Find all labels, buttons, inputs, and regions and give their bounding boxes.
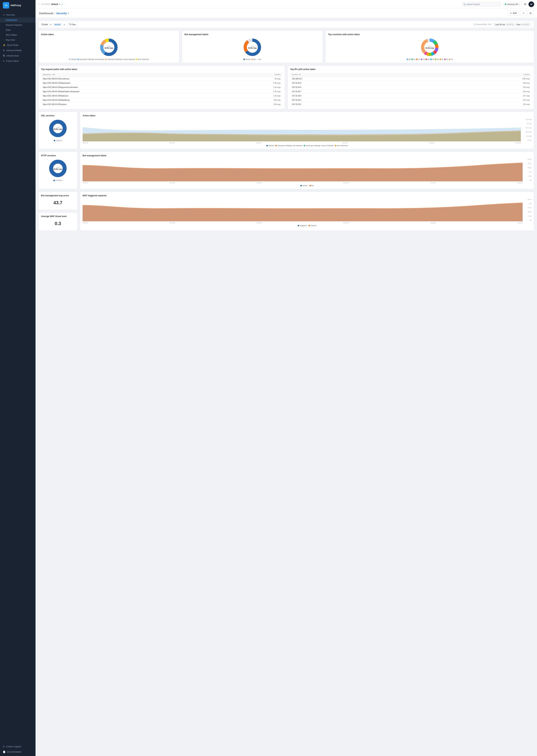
ip-cell: 147.32.30.2 — [290, 102, 426, 106]
sidebar-item-contact-support[interactable]: ✉ Contact support — [0, 744, 35, 749]
ssl-action-row: SSL versions Total 43.9k reqs TLSv1.3 — [38, 112, 534, 149]
y-label: 46.2 reqs — [522, 119, 531, 120]
ip-cell: 147.32.30.1 — [290, 98, 426, 102]
breadcrumb-sep: / — [55, 12, 55, 15]
ssl-total-label: Total — [54, 127, 62, 128]
ip-cell: 192.168.64.1 — [290, 77, 426, 81]
sidebar-item-quick-mode[interactable]: ⚡ Quick Mode — [0, 42, 35, 48]
cluster-status-icon: ✓ — [61, 3, 63, 6]
time-range-label: Last 30 min — [495, 23, 505, 25]
edit-button[interactable]: ✏ Edit — [507, 11, 519, 16]
documentation-icon: 📄 — [3, 751, 6, 753]
filter-button[interactable]: ⚗ Filter — [67, 22, 78, 26]
bot-chart-card: Bot management labels 42.6/s 34.1/s 25.6… — [80, 152, 534, 189]
filter-cluster-val: default — [53, 23, 62, 26]
x-axis: 10:05:00 10:10:00 10:15:00 10:20:00 10:2… — [83, 142, 531, 144]
count-cell: 215 reqs — [426, 98, 532, 102]
search-container: 🔍 — [462, 2, 501, 6]
legend-item: Javascript Challenge: Human Detected — [105, 59, 135, 60]
legend-item: N/A — [257, 59, 261, 60]
quick-mode-icon: ⚡ — [3, 44, 6, 46]
sidebar-bottom: ✉ Contact support 📄 Documentation — [0, 742, 35, 756]
table-row: https://192.168.64.155/data/user 1.3k re… — [41, 94, 282, 98]
sidebar-item-label: Infrastructure — [6, 55, 19, 57]
request-paths-title: Top request paths with action taken — [41, 68, 282, 70]
action-chart-title: Action taken — [83, 114, 531, 117]
sidebar-item-map-view[interactable]: Map View — [0, 37, 35, 42]
services-chevron: ▾ — [519, 3, 520, 5]
http-legend-label: HTTP/2.0 — [56, 180, 62, 181]
request-paths-card: Top request paths with action taken REQU… — [38, 65, 285, 109]
page-header: Dashboards / Security ▾ ✏ Edit ≡ ⊞ — [35, 9, 537, 18]
waf-threat-value: 0.3 — [41, 219, 75, 228]
table-row: 147.32.30.9 217 reqs — [290, 94, 531, 98]
uri-cell: https://192.168.64.155/system — [41, 102, 231, 106]
http-total-value: 43.9k reqs — [54, 168, 62, 170]
waf-threat-title: Average WAF threat level — [41, 215, 75, 218]
breadcrumb-current[interactable]: Security — [56, 12, 67, 15]
action-taken-card: Action taken — [38, 30, 179, 63]
avatar[interactable]: ad — [528, 1, 534, 7]
sidebar-item-documentation[interactable]: 📄 Documentation — [0, 749, 35, 755]
sidebar-item-label: Documentation — [7, 751, 21, 753]
waf-threat-card: Average WAF threat level 0.3 — [38, 212, 77, 231]
breadcrumb-parent[interactable]: Dashboards — [39, 12, 54, 15]
y-label: 0 reqs — [522, 140, 531, 141]
grid-icon-btn[interactable]: ⊞ — [528, 10, 533, 16]
dropdown-icon: ▾ — [59, 3, 60, 5]
time-range-selector[interactable]: Last 30 min 10:03:01 › Now 10:33:01 — [493, 22, 531, 26]
countries-donut: Total 19.4k reqs BR CA CN CZ DE FR GB JP… — [328, 37, 531, 60]
sidebar-item-label: Quick Mode — [7, 44, 18, 46]
table-row: 147.32.30.4 218 reqs — [290, 85, 531, 90]
filter-label: Filter — [71, 23, 76, 25]
top-ips-title: Top IPs with action taken — [290, 68, 531, 70]
edit-label: Edit — [513, 12, 516, 15]
ip-cell: 147.32.30.0 — [290, 81, 426, 85]
sidebar-item-overview[interactable]: ⊙ Overview — [0, 12, 35, 18]
countries-total-value: 19.4k reqs — [426, 47, 434, 49]
breadcrumb-dropdown-icon[interactable]: ▾ — [68, 12, 69, 15]
table-row: https://192.168.64.155/data/library 452 … — [41, 98, 282, 102]
sidebar-item-stats[interactable]: Stats — [0, 27, 35, 32]
sidebar-item-stick-tables[interactable]: Stick Tables — [0, 32, 35, 37]
bot-avg-title: Bot management avg score — [41, 194, 75, 197]
cluster-name: default — [51, 3, 58, 6]
sidebar-item-label: Stick Tables — [6, 34, 17, 36]
table-row: 147.32.30.0 229 reqs — [290, 81, 531, 85]
filter-icon: ⚗ — [69, 23, 71, 25]
cluster-swap-icon[interactable]: ⇄ — [63, 23, 65, 26]
bot-chart-title: Bot management labels — [83, 154, 531, 157]
table-row: https://192.168.64.155/data?path=/etc/pa… — [41, 90, 282, 94]
bot-management-title: Bot management labels — [185, 33, 320, 36]
uri-cell: https://192.168.64.155/data/library — [41, 98, 231, 102]
bot-avg-card: Bot management avg score 43.7 — [38, 192, 77, 210]
sidebar-item-label: Fusion Admin — [6, 60, 19, 63]
filter-op: is — [50, 23, 51, 25]
count-cell: 218 reqs — [426, 85, 532, 90]
main-area: ⊢ CLUSTER default ▾ ✓ 🔍 Services OK ▾ ⚙ … — [35, 0, 537, 756]
count-cell: 452 reqs — [231, 98, 282, 102]
sidebar-logo: HA HAProxy — [0, 0, 35, 11]
sidebar-item-label: Contact support — [6, 745, 21, 748]
cluster-selector[interactable]: ⊢ CLUSTER default ▾ ✓ — [38, 3, 66, 6]
action-chart-card: Action taken 46.2 reqs 37 reqs 27.7 reqs… — [80, 112, 534, 149]
y-label: 9.2 reqs — [522, 135, 531, 137]
count-cell: 9k reqs — [231, 77, 282, 81]
search-input[interactable] — [462, 2, 501, 6]
table-row: 192.168.64.1 6.8k reqs — [290, 77, 531, 81]
sidebar-item-advanced-mode[interactable]: ⚙ Advanced Mode — [0, 48, 35, 53]
layout-icon-btn[interactable]: ≡ — [521, 10, 526, 16]
sidebar-item-infrastructure[interactable]: 🏗 Infrastructure — [0, 53, 35, 59]
col-count: COUNT — [426, 73, 532, 77]
legend-item: Javascript Challenge: Bot Detected — [77, 59, 104, 60]
request-paths-table: REQUEST_URI COUNT https://192.168.64.155… — [41, 73, 282, 106]
timezone-text: America/New_York — [476, 23, 491, 25]
gear-icon[interactable]: ⚙ — [524, 3, 526, 6]
bot-waf-row: Bot management avg score 43.7 Average WA… — [38, 192, 534, 231]
y-label: 37 reqs — [522, 123, 531, 124]
sidebar-item-request-explorer[interactable]: Request Explorer — [0, 22, 35, 27]
bot-avg-value: 43.7 — [41, 198, 75, 207]
http-bot-row: HTTP versions Total 43.9k reqs HTTP/2. — [38, 152, 534, 189]
sidebar-item-dashboards[interactable]: Dashboards — [0, 18, 35, 22]
sidebar-item-fusion-admin[interactable]: ✦ Fusion Admin — [0, 59, 35, 64]
